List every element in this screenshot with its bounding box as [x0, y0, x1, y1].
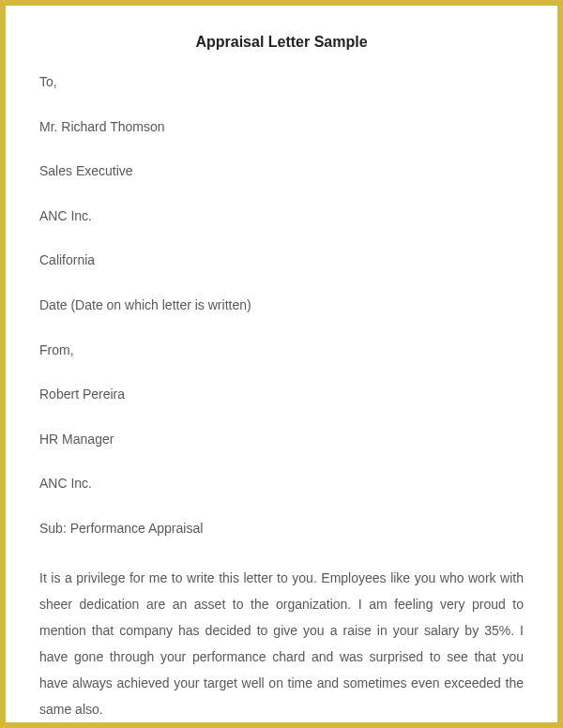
date-line: Date (Date on which letter is written): [39, 296, 524, 315]
body-paragraph: It is a privilege for me to write this l…: [39, 565, 524, 722]
document-title: Appraisal Letter Sample: [39, 34, 524, 51]
sender-company: ANC Inc.: [39, 475, 524, 493]
from-label: From,: [39, 341, 524, 360]
recipient-company: ANC Inc.: [39, 207, 524, 226]
subject-line: Sub: Performance Appraisal: [39, 520, 524, 538]
sender-name: Robert Pereira: [39, 386, 524, 404]
document-frame: Appraisal Letter Sample To, Mr. Richard …: [0, 0, 563, 728]
to-label: To,: [39, 73, 524, 92]
sender-title: HR Manager: [39, 431, 524, 449]
recipient-location: California: [39, 251, 524, 270]
recipient-name: Mr. Richard Thomson: [39, 118, 524, 137]
recipient-title: Sales Executive: [39, 162, 524, 181]
